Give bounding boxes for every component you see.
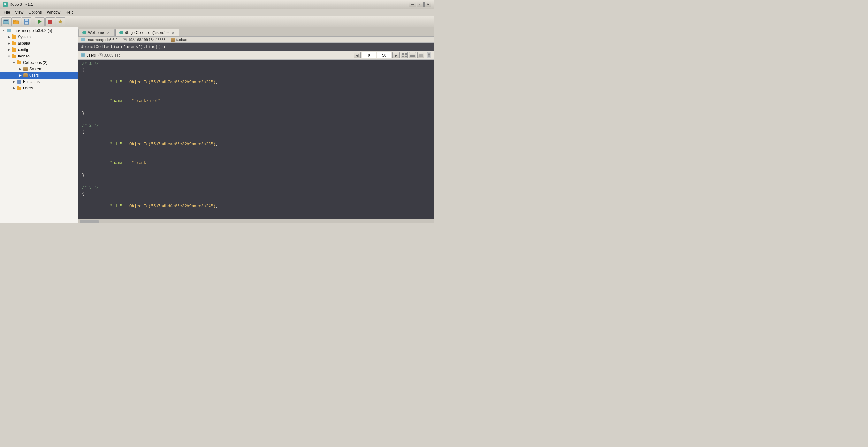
folder-icon: [17, 60, 22, 65]
sidebar-item-label: taobao: [18, 54, 30, 58]
record-field-name-2: "name" : "frank": [78, 154, 434, 172]
open-button[interactable]: [11, 17, 21, 26]
folder-icon: [11, 34, 17, 40]
collection-icon: [23, 73, 28, 78]
stop-button[interactable]: [45, 17, 55, 26]
svg-rect-11: [48, 20, 52, 24]
record-open-2: {: [78, 129, 434, 135]
pagination-controls: ◀ ▶: [353, 52, 431, 58]
new-connection-button[interactable]: [1, 17, 11, 26]
sidebar-item-functions[interactable]: ▶ Functions: [0, 78, 78, 85]
status-db: taobao: [170, 38, 187, 41]
address-text: 192.168.199.184:48888: [128, 38, 165, 41]
server-icon: [81, 38, 85, 41]
code-output[interactable]: /* 1 */ { "_id" : ObjectId("5a7adb7cc66c…: [78, 60, 434, 219]
arrow-icon: ▶: [6, 41, 11, 46]
prev-page-button[interactable]: ◀: [353, 52, 361, 58]
svg-rect-13: [124, 39, 126, 40]
svg-rect-31: [419, 55, 423, 56]
window-title: Robo 3T - 1.1: [9, 2, 409, 7]
tab-label: Welcome: [88, 30, 104, 35]
svg-line-22: [101, 55, 101, 56]
server-icon: [6, 28, 11, 33]
db-icon: [170, 38, 175, 41]
svg-rect-5: [13, 20, 16, 22]
clock-icon: [98, 53, 103, 58]
execute-button[interactable]: [35, 17, 45, 26]
sidebar-item-label: config: [18, 47, 28, 52]
arrow-icon: ▼: [11, 60, 17, 65]
horizontal-scrollbar[interactable]: [78, 219, 434, 224]
folder-icon: [11, 54, 17, 59]
svg-rect-14: [124, 40, 125, 40]
time-text: 0.003 sec.: [104, 53, 121, 58]
record-field-name-3: "name" : "mayun": [78, 216, 434, 219]
server-label: linux-mongodb3.6.2 (5): [13, 28, 52, 33]
record-comment-2: /* 2 */: [78, 123, 434, 129]
network-icon: [123, 38, 127, 41]
tab-query[interactable]: db.getCollection('users' ··· ✕: [115, 29, 180, 36]
sidebar-item-label: Functions: [23, 79, 40, 84]
arrow-icon: ▶: [18, 66, 23, 71]
next-page-button[interactable]: ▶: [393, 52, 400, 58]
sidebar-item-system[interactable]: ▶ System: [0, 34, 78, 40]
save-button[interactable]: [22, 17, 31, 26]
table-icon: [81, 53, 85, 57]
maximize-button[interactable]: □: [417, 2, 424, 7]
arrow-icon: ▼: [1, 28, 6, 33]
record-field-id-3: "_id" : ObjectId("5a7adbd0c66c32b9aaec3a…: [78, 197, 434, 216]
arrow-icon: ▶: [18, 73, 23, 78]
content-area: Welcome ✕ db.getCollection('users' ··· ✕…: [78, 28, 434, 224]
arrow-icon: ▶: [11, 86, 17, 91]
record-close-2: }: [78, 172, 434, 179]
grid-view-button[interactable]: [401, 52, 408, 58]
minimize-button[interactable]: —: [409, 2, 416, 7]
text-view-button[interactable]: [417, 52, 425, 58]
sidebar-item-label: Collections (2): [23, 60, 48, 65]
collection-name: users: [87, 53, 96, 58]
extra-button[interactable]: [56, 17, 65, 26]
scrollbar-thumb[interactable]: [80, 220, 99, 223]
svg-rect-23: [402, 53, 404, 55]
svg-marker-10: [38, 20, 41, 24]
sidebar-item-users[interactable]: ▶ Users: [0, 85, 78, 91]
record-field-name-1: "name" : "frankxulei": [78, 92, 434, 110]
sidebar-item-collection-users[interactable]: ▶ users: [0, 72, 78, 78]
svg-rect-26: [405, 56, 406, 57]
tab-close-query[interactable]: ✕: [171, 30, 175, 35]
record-field-id-1: "_id" : ObjectId("5a7adb7cc66c32b9aaec3a…: [78, 73, 434, 92]
arrow-icon: ▶: [6, 34, 11, 40]
collection-icon: [23, 66, 28, 71]
scrollbar-right: [427, 52, 431, 58]
sidebar-item-config[interactable]: ▶ config: [0, 46, 78, 53]
menu-window[interactable]: Window: [44, 9, 63, 15]
list-view-button[interactable]: [409, 52, 416, 58]
tab-close-welcome[interactable]: ✕: [106, 30, 111, 35]
page-start-input[interactable]: [362, 52, 376, 58]
sidebar-item-collections[interactable]: ▼ Collections (2): [0, 59, 78, 66]
sidebar-item-collection-system[interactable]: ▶ System: [0, 66, 78, 72]
page-end-input[interactable]: [377, 52, 391, 58]
sidebar-root-server[interactable]: ▼ linux-mongodb3.6.2 (5): [0, 28, 78, 34]
sidebar-item-label: System: [29, 67, 42, 71]
sidebar-item-label: alibaba: [18, 41, 30, 46]
sidebar-item-label: Users: [23, 86, 33, 90]
results-collection-label: users: [81, 53, 96, 58]
sidebar: ▼ linux-mongodb3.6.2 (5) ▶ System ▶ alib…: [0, 28, 78, 224]
svg-rect-12: [123, 39, 127, 41]
svg-rect-9: [25, 22, 28, 24]
menu-file[interactable]: File: [1, 9, 12, 15]
function-icon: [17, 79, 22, 84]
sidebar-item-alibaba[interactable]: ▶ alibaba: [0, 40, 78, 46]
menu-options[interactable]: Options: [26, 9, 44, 15]
svg-rect-2: [4, 22, 8, 22]
svg-rect-25: [402, 56, 404, 57]
sidebar-item-label: users: [29, 73, 39, 77]
close-button[interactable]: ✕: [425, 2, 431, 7]
svg-rect-30: [419, 54, 423, 55]
tab-welcome[interactable]: Welcome ✕: [78, 29, 115, 36]
sidebar-item-taobao[interactable]: ▼ taobao: [0, 53, 78, 59]
status-server: linux-mongodb3.6.2: [81, 38, 118, 41]
menu-view[interactable]: View: [12, 9, 26, 15]
menu-help[interactable]: Help: [63, 9, 76, 15]
